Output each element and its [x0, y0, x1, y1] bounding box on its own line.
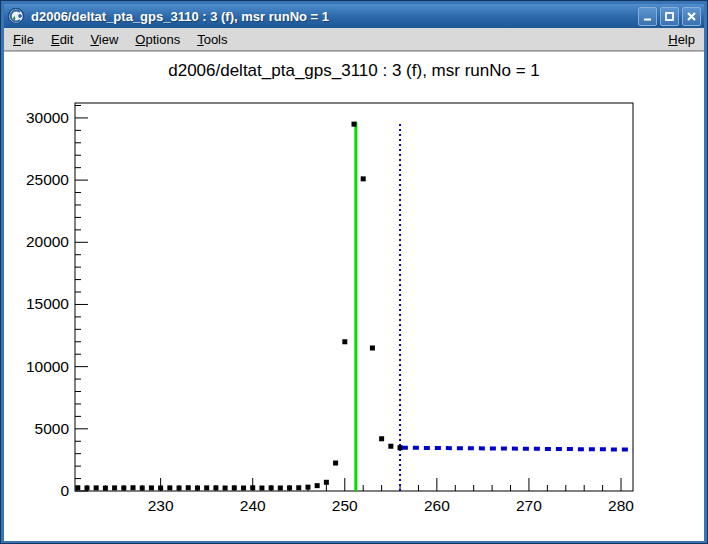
window-controls — [638, 7, 701, 26]
histogram-data-point — [269, 485, 274, 490]
y-tick-label: 25000 — [26, 171, 69, 188]
y-tick-label: 0 — [60, 482, 69, 499]
maximize-icon — [664, 11, 675, 22]
histogram-data-point — [259, 486, 264, 491]
root-canvas-window: d2006/deltat_pta_gps_3110 : 3 (f), msr r… — [0, 0, 708, 544]
menu-options[interactable]: Options — [135, 32, 180, 47]
histogram-data-point — [204, 485, 209, 490]
menu-file[interactable]: File — [13, 32, 34, 47]
y-tick-label: 15000 — [26, 295, 69, 312]
histogram-data-point — [305, 485, 310, 490]
minimize-button[interactable] — [638, 7, 657, 26]
histogram-data-point — [94, 485, 99, 490]
menu-tools[interactable]: Tools — [197, 32, 227, 47]
menu-edit[interactable]: Edit — [51, 32, 73, 47]
close-icon — [686, 11, 697, 22]
window-title: d2006/deltat_pta_gps_3110 : 3 (f), msr r… — [31, 9, 632, 24]
y-tick-label: 30000 — [26, 109, 69, 126]
histogram-data-point — [370, 345, 375, 350]
histogram-data-point — [103, 486, 108, 491]
x-tick-label: 280 — [608, 497, 634, 514]
menu-help-container: Help — [668, 32, 695, 47]
histogram-data-point — [398, 445, 403, 450]
histogram-data-point — [121, 486, 126, 491]
histogram-data-point — [140, 486, 145, 491]
histogram-plot: 2302402502602702800500010000150002000025… — [4, 52, 704, 542]
histogram-data-point — [342, 339, 347, 344]
histogram-data-point — [287, 485, 292, 490]
histogram-data-point — [315, 483, 320, 488]
histogram-data-point — [186, 485, 191, 490]
histogram-data-point — [195, 486, 200, 491]
root-logo-icon — [7, 7, 25, 25]
y-tick-label: 5000 — [35, 420, 70, 437]
menubar: FileEditViewOptionsTools Help — [4, 28, 704, 51]
menu-view[interactable]: View — [90, 32, 118, 47]
histogram-data-point — [149, 485, 154, 490]
x-tick-label: 250 — [332, 497, 358, 514]
histogram-data-point — [112, 485, 117, 490]
histogram-data-point — [232, 485, 237, 490]
histogram-data-point — [167, 485, 172, 490]
minimize-icon — [642, 11, 653, 22]
histogram-data-point — [278, 486, 283, 491]
titlebar[interactable]: d2006/deltat_pta_gps_3110 : 3 (f), msr r… — [4, 4, 704, 28]
maximize-button[interactable] — [660, 7, 679, 26]
histogram-data-point — [379, 436, 384, 441]
canvas-area[interactable]: d2006/deltat_pta_gps_3110 : 3 (f), msr r… — [4, 51, 704, 541]
histogram-data-point — [296, 485, 301, 490]
histogram-data-point — [177, 486, 182, 491]
x-tick-label: 240 — [240, 497, 266, 514]
menu-help[interactable]: Help — [668, 32, 695, 47]
histogram-data-point — [352, 122, 357, 127]
x-tick-label: 270 — [516, 497, 542, 514]
histogram-data-point — [213, 485, 218, 490]
histogram-data-point — [158, 486, 163, 491]
histogram-data-point — [75, 485, 80, 490]
histogram-data-point — [84, 486, 89, 491]
menu-items: FileEditViewOptionsTools — [13, 32, 245, 47]
plot-frame — [75, 103, 633, 491]
histogram-data-point — [361, 176, 366, 181]
histogram-data-point — [241, 486, 246, 491]
histogram-data-point — [333, 461, 338, 466]
histogram-data-point — [131, 485, 136, 490]
x-tick-label: 230 — [148, 497, 174, 514]
histogram-data-point — [223, 486, 228, 491]
histogram-data-point — [388, 444, 393, 449]
histogram-data-point — [250, 485, 255, 490]
y-tick-label: 20000 — [26, 233, 69, 250]
close-button[interactable] — [682, 7, 701, 26]
y-tick-label: 10000 — [26, 358, 69, 375]
x-tick-label: 260 — [424, 497, 450, 514]
histogram-data-point — [324, 480, 329, 485]
